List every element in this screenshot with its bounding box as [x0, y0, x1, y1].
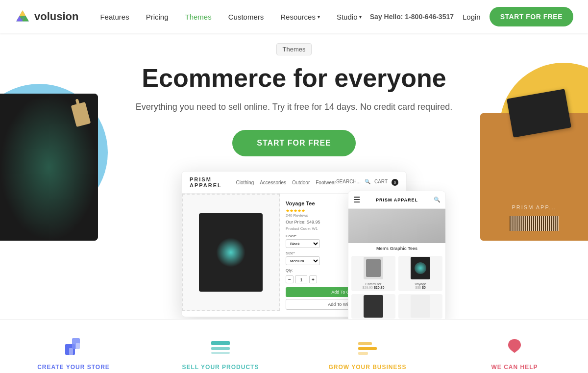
mobile-hero-image	[348, 209, 445, 243]
feature-grow-business-label: GROW YOUR BUSINESS	[328, 364, 406, 371]
login-link[interactable]: Login	[463, 13, 481, 21]
nav-links: Features Pricing Themes Customers Resour…	[93, 9, 369, 25]
barcode	[510, 216, 559, 231]
navigation: volusion Features Pricing Themes Custome…	[0, 0, 588, 33]
feature-we-can-help-label: WE CAN HELP	[491, 364, 538, 371]
svg-rect-8	[76, 343, 80, 349]
mobile-product-3-image	[351, 294, 395, 319]
nav-customers[interactable]: Customers	[221, 9, 271, 25]
nav-right: Say Hello: 1-800-646-3517 Login START FO…	[370, 7, 573, 26]
qty-value: 1	[295, 275, 307, 283]
mobile-section-title: Men's Graphic Tees	[348, 243, 445, 253]
size-select[interactable]: Medium	[286, 256, 320, 265]
nav-start-button[interactable]: START FOR FREE	[490, 7, 573, 26]
feature-sell-products-label: SELL YOUR PRODUCTS	[182, 364, 259, 371]
product-tshirt	[199, 213, 263, 292]
mobile-product-1-info: Commuter $28.95 $20.85	[351, 280, 395, 291]
logo[interactable]: volusion	[15, 9, 78, 25]
feature-grow-business[interactable]: GROW YOUR BUSINESS	[294, 334, 441, 371]
svg-rect-11	[211, 352, 230, 354]
mobile-menu-icon: ☰	[353, 195, 360, 204]
qty-decrease[interactable]: −	[286, 275, 294, 283]
hero-section: PRISM APP... Themes Ecommerce for everyo…	[0, 33, 588, 319]
mobile-product-4-image	[398, 294, 442, 319]
feature-create-store[interactable]: CREATE YOUR STORE	[0, 334, 147, 371]
qty-increase[interactable]: +	[309, 275, 317, 283]
features-bar: CREATE YOUR STORE SELL YOUR PRODUCTS GRO…	[0, 319, 588, 373]
products-icon	[208, 334, 233, 359]
svg-rect-9	[211, 341, 230, 345]
store-icon	[61, 334, 86, 359]
mobile-product-2-image	[398, 256, 442, 280]
logo-icon	[15, 9, 30, 25]
mobile-product-1-image	[351, 256, 395, 280]
svg-rect-10	[211, 347, 230, 350]
mobile-product-1: Commuter $28.95 $20.85	[351, 256, 395, 291]
nav-studio[interactable]: Studio	[330, 9, 369, 25]
feature-we-can-help[interactable]: WE CAN HELP	[441, 334, 588, 371]
mockup-actions: SEARCH... 🔍 CART 0	[336, 179, 398, 186]
grow-icon	[355, 334, 380, 359]
svg-rect-14	[358, 352, 368, 355]
mobile-header: ☰ PRISM APPAREL 🔍	[348, 191, 445, 209]
feature-create-store-label: CREATE YOUR STORE	[37, 364, 110, 371]
nav-features[interactable]: Features	[93, 9, 136, 25]
box-brand-label: PRISM APP...	[512, 204, 556, 210]
hero-subtitle: Everything you need to sell online. Try …	[10, 102, 578, 112]
mobile-search-icon: 🔍	[434, 197, 441, 203]
mockup-mobile: ☰ PRISM APPAREL 🔍 Men's Graphic Tees	[348, 191, 446, 319]
hero-cta-button[interactable]: START FOR FREE	[232, 130, 355, 156]
product-image	[182, 194, 280, 311]
svg-rect-6	[69, 348, 73, 355]
breadcrumb: Themes	[276, 43, 312, 55]
nav-pricing[interactable]: Pricing	[139, 9, 175, 25]
mockup-screens: PRISM APPAREL Clothing Accessories Outdo…	[181, 171, 407, 319]
nav-themes[interactable]: Themes	[178, 9, 219, 25]
hero-title: Ecommerce for everyone	[10, 64, 578, 92]
feature-sell-products[interactable]: SELL YOUR PRODUCTS	[147, 334, 294, 371]
color-select[interactable]: Black	[286, 239, 320, 248]
tshirt-design	[216, 238, 245, 267]
mobile-product-2-info: Voyage $$$ $5	[398, 280, 442, 291]
nav-resources[interactable]: Resources	[273, 9, 327, 25]
help-icon	[502, 334, 527, 359]
mockup-nav: Clothing Accessories Outdoor Footwear	[236, 180, 336, 185]
logo-text: volusion	[34, 10, 78, 23]
mobile-product-4	[398, 294, 442, 319]
svg-rect-13	[358, 342, 372, 345]
svg-marker-2	[20, 10, 26, 16]
svg-rect-12	[358, 347, 377, 350]
mobile-product-grid: Commuter $28.95 $20.85	[348, 253, 445, 319]
phone-info: Say Hello: 1-800-646-3517	[370, 13, 454, 21]
mobile-product-3	[351, 294, 395, 319]
mockup-brand: PRISM APPAREL	[190, 176, 236, 188]
mobile-product-2: Voyage $$$ $5	[398, 256, 442, 291]
mobile-brand: PRISM APPAREL	[376, 198, 418, 202]
